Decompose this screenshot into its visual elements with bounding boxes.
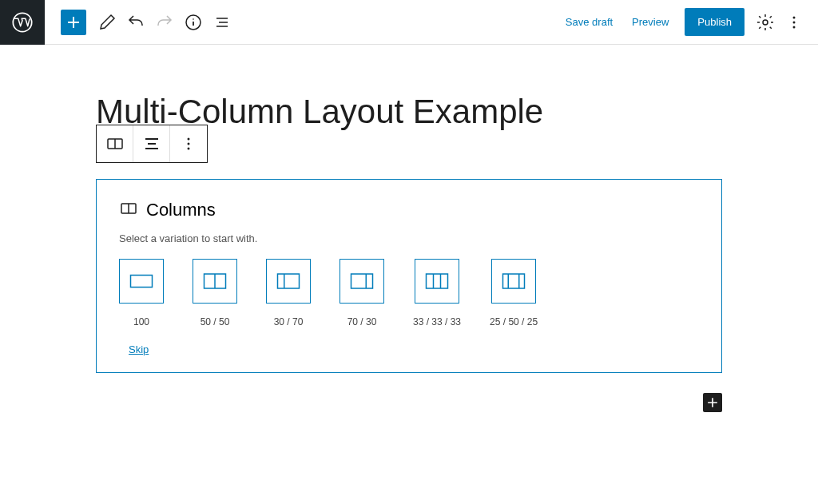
svg-rect-11 xyxy=(427,274,448,288)
variation-70-30[interactable]: 70 / 30 xyxy=(340,259,384,327)
svg-point-3 xyxy=(793,16,796,18)
svg-rect-10 xyxy=(351,274,373,288)
block-type-button[interactable] xyxy=(97,125,133,162)
svg-point-5 xyxy=(793,26,796,28)
outline-button[interactable] xyxy=(208,8,236,37)
svg-point-14 xyxy=(188,138,190,141)
block-toolbar xyxy=(96,125,208,163)
wordpress-logo[interactable] xyxy=(0,0,45,45)
svg-point-15 xyxy=(188,143,190,145)
settings-button[interactable] xyxy=(751,8,780,37)
publish-button[interactable]: Publish xyxy=(685,8,745,36)
svg-rect-9 xyxy=(278,274,300,288)
add-block-button[interactable] xyxy=(61,10,86,35)
svg-rect-7 xyxy=(131,276,153,288)
tools-button[interactable] xyxy=(93,8,121,37)
info-button[interactable] xyxy=(179,8,208,37)
block-more-button[interactable] xyxy=(170,125,207,162)
more-options-button[interactable] xyxy=(780,8,808,37)
svg-point-16 xyxy=(188,148,190,150)
editor-content: Multi-Column Layout Example Columns Sele… xyxy=(0,45,818,373)
align-button[interactable] xyxy=(133,125,170,162)
svg-point-2 xyxy=(763,20,768,25)
placeholder-description: Select a variation to start with. xyxy=(119,232,699,244)
undo-button[interactable] xyxy=(121,8,150,37)
redo-button[interactable] xyxy=(150,8,179,37)
variation-100[interactable]: 100 xyxy=(119,259,164,327)
columns-icon xyxy=(119,199,138,221)
variation-33-33-33[interactable]: 33 / 33 / 33 xyxy=(413,259,461,327)
variation-50-50[interactable]: 50 / 50 xyxy=(193,259,237,327)
placeholder-title: Columns xyxy=(146,200,216,220)
save-draft-button[interactable]: Save draft xyxy=(556,10,622,34)
variation-25-50-25[interactable]: 25 / 50 / 25 xyxy=(490,259,538,327)
variation-list: 100 50 / 50 30 / 70 70 / 30 33 / 33 / 33… xyxy=(119,259,699,327)
variation-30-70[interactable]: 30 / 70 xyxy=(266,259,311,327)
placeholder-header: Columns xyxy=(119,199,699,221)
block-appender-button[interactable] xyxy=(703,393,722,412)
svg-rect-12 xyxy=(503,274,525,288)
editor-top-bar: Save draft Preview Publish xyxy=(0,0,818,45)
preview-button[interactable]: Preview xyxy=(622,10,678,34)
columns-block-placeholder: Columns Select a variation to start with… xyxy=(96,179,722,373)
svg-point-4 xyxy=(793,21,796,23)
skip-link[interactable]: Skip xyxy=(129,343,149,355)
